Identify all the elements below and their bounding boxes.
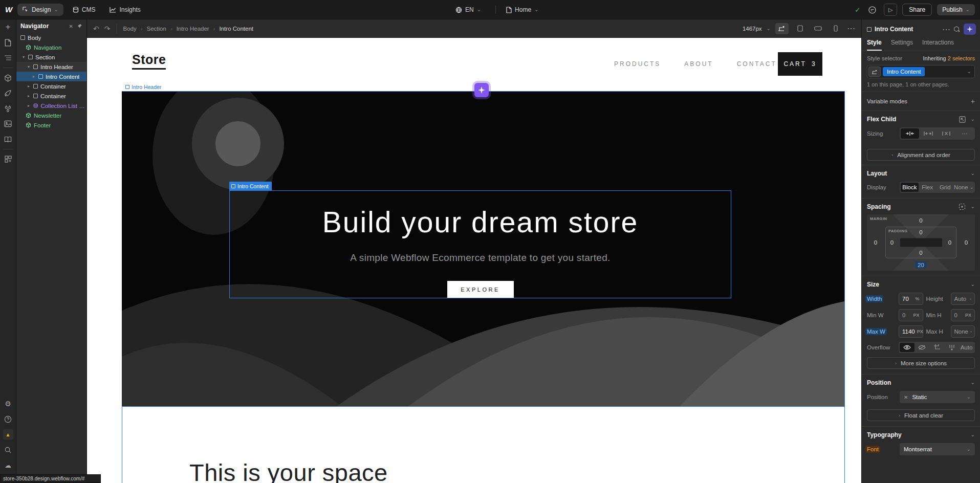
font-dropdown[interactable]: Montserrat ⌄ — [900, 443, 975, 455]
overflow-clip-option[interactable] — [929, 343, 944, 352]
breadcrumb-item[interactable]: Intro Content — [220, 26, 253, 32]
breakpoint-phone-landscape-button[interactable] — [811, 23, 824, 34]
padding-bottom-value[interactable]: 0 — [919, 250, 922, 256]
tab-settings[interactable]: Settings — [891, 39, 913, 51]
more-size-options-button[interactable]: › More size options — [867, 357, 975, 369]
class-chip[interactable]: Intro Content — [883, 67, 925, 76]
padding-top-value[interactable]: 0 — [919, 229, 922, 235]
assets-button[interactable] — [0, 116, 16, 131]
margin-top-value[interactable]: 0 — [919, 217, 922, 224]
publish-button[interactable]: Publish ⌄ — [937, 4, 975, 15]
alignment-and-order-button[interactable]: › Alignment and order — [867, 149, 975, 161]
apps-button[interactable] — [0, 151, 16, 167]
pages-button[interactable] — [0, 35, 16, 50]
variables-button[interactable] — [0, 101, 16, 116]
insights-button[interactable]: Insights — [104, 4, 145, 16]
spacing-control[interactable]: MARGIN 0 0 0 20 PADDING 0 0 0 0 — [867, 214, 975, 271]
locale-switcher[interactable]: EN ⌄ — [450, 4, 486, 16]
tab-interactions[interactable]: Interactions — [922, 39, 954, 51]
design-canvas[interactable]: Store PRODUCTS ABOUT CONTACT CART 3 Intr… — [87, 38, 861, 483]
collapse-spacing-button[interactable]: ⌄ — [971, 204, 975, 209]
overflow-scroll-option[interactable] — [944, 343, 959, 352]
undo-button[interactable]: ↶ — [93, 25, 99, 33]
style-selector-input[interactable]: Intro Content ⌄ — [867, 65, 975, 78]
caret-down-icon[interactable]: ▾ — [27, 64, 31, 69]
intro-content-element-label[interactable]: Intro Content — [229, 182, 272, 190]
width-input[interactable]: 70% — [899, 293, 923, 305]
sizing-none-option[interactable] — [938, 128, 956, 139]
comments-button[interactable] — [865, 4, 879, 16]
element-options-button[interactable]: ⋯ — [942, 25, 950, 34]
cms-button[interactable]: CMS — [68, 4, 101, 16]
display-flex-option[interactable]: Flex — [919, 183, 937, 192]
create-component-button[interactable] — [953, 26, 961, 33]
navigator-item-navigation[interactable]: Navigation — [16, 42, 86, 52]
navigator-item-container[interactable]: ▸ Container — [16, 91, 86, 101]
overflow-hidden-option[interactable] — [914, 343, 929, 352]
caret-down-icon[interactable]: ▾ — [21, 55, 26, 59]
sizing-shrink-option[interactable] — [901, 128, 919, 139]
upgrade-button[interactable]: ▲ — [0, 427, 16, 442]
display-block-option[interactable]: Block — [901, 183, 919, 192]
padding-right-value[interactable]: 0 — [948, 239, 951, 246]
flex-child-reset-button[interactable] — [959, 116, 966, 123]
navigator-item-collection-list[interactable]: ▸ Collection List Wra... — [16, 101, 86, 111]
help-button[interactable] — [0, 411, 16, 427]
breadcrumb-item[interactable]: Intro Header — [177, 26, 209, 32]
max-height-input[interactable]: None- — [951, 325, 975, 338]
settings-button[interactable]: ⚙ — [0, 396, 16, 411]
margin-right-value[interactable]: 0 — [965, 239, 968, 246]
display-none-option[interactable]: None⌄ — [954, 183, 974, 192]
breakpoint-phone-portrait-button[interactable] — [829, 23, 842, 34]
share-button[interactable]: Share — [902, 4, 932, 16]
collapse-layout-button[interactable]: ⌄ — [971, 171, 975, 176]
webflow-logo-icon[interactable]: W — [0, 5, 17, 14]
close-navigator-button[interactable]: ✕ — [69, 24, 73, 29]
design-mode-button[interactable]: Design ⌄ — [17, 4, 63, 16]
caret-right-icon[interactable]: ▸ — [27, 84, 31, 89]
min-width-input[interactable]: 0PX — [899, 309, 923, 321]
breakpoint-desktop-button[interactable] — [775, 23, 789, 34]
breadcrumb-item[interactable]: Section — [147, 26, 166, 32]
page-switcher[interactable]: Home ⌄ — [501, 4, 543, 16]
intro-content-selection-box[interactable]: Build your dream store A simple Webflow … — [229, 190, 731, 298]
nav-link-contact[interactable]: CONTACT — [737, 60, 777, 68]
collapse-position-button[interactable]: ⌄ — [971, 380, 975, 385]
collapse-flex-child-button[interactable]: ⌄ — [971, 117, 975, 122]
collapse-size-button[interactable]: ⌄ — [971, 282, 975, 287]
libraries-button[interactable] — [0, 131, 16, 147]
element-quick-actions-badge[interactable] — [474, 83, 489, 97]
nav-link-about[interactable]: ABOUT — [684, 60, 713, 68]
add-variable-mode-button[interactable]: + — [971, 97, 975, 105]
sizing-more-option[interactable]: ⋯ — [955, 128, 974, 139]
breakpoint-tablet-button[interactable] — [793, 23, 807, 34]
navigator-item-container[interactable]: ▸ Container — [16, 81, 86, 91]
overflow-auto-option[interactable]: Auto — [959, 343, 974, 352]
display-grid-option[interactable]: Grid — [936, 183, 954, 192]
caret-right-icon[interactable]: ▸ — [27, 103, 31, 108]
navigator-button[interactable] — [0, 50, 16, 65]
hero-subtitle[interactable]: A simple Webflow Ecommerce template to g… — [350, 252, 610, 264]
caret-right-icon[interactable]: ▸ — [32, 74, 36, 79]
canvas-width-value[interactable]: 1467px — [743, 26, 762, 32]
position-dropdown[interactable]: ✕ Static ⌄ — [900, 391, 975, 403]
collapse-typography-button[interactable]: ⌄ — [971, 432, 975, 437]
section-heading[interactable]: This is your space — [189, 458, 388, 483]
ai-assistant-button[interactable] — [964, 24, 976, 35]
tab-style[interactable]: Style — [867, 39, 882, 51]
breadcrumb-item[interactable]: Body — [123, 26, 136, 32]
inherited-selectors-link[interactable]: 2 selectors — [948, 55, 975, 61]
navigator-item-newsletter[interactable]: Newsletter — [16, 111, 86, 120]
height-input[interactable]: Auto- — [951, 293, 975, 305]
min-height-input[interactable]: 0PX — [951, 309, 975, 321]
padding-control[interactable]: PADDING 0 0 0 0 — [885, 227, 956, 258]
search-button[interactable] — [0, 442, 16, 457]
navigator-item-body[interactable]: Body — [16, 33, 86, 42]
hero-title[interactable]: Build your dream store — [322, 205, 638, 239]
navigator-item-intro-content[interactable]: ▸ Intro Content — [16, 72, 86, 81]
navigator-item-intro-header[interactable]: ▾ Intro Header — [16, 62, 86, 72]
sync-status-button[interactable]: ☁ — [0, 457, 16, 473]
more-breakpoints-button[interactable]: ⋯ — [847, 24, 855, 33]
nav-link-products[interactable]: PRODUCTS — [614, 60, 661, 68]
pin-navigator-button[interactable] — [77, 24, 82, 29]
